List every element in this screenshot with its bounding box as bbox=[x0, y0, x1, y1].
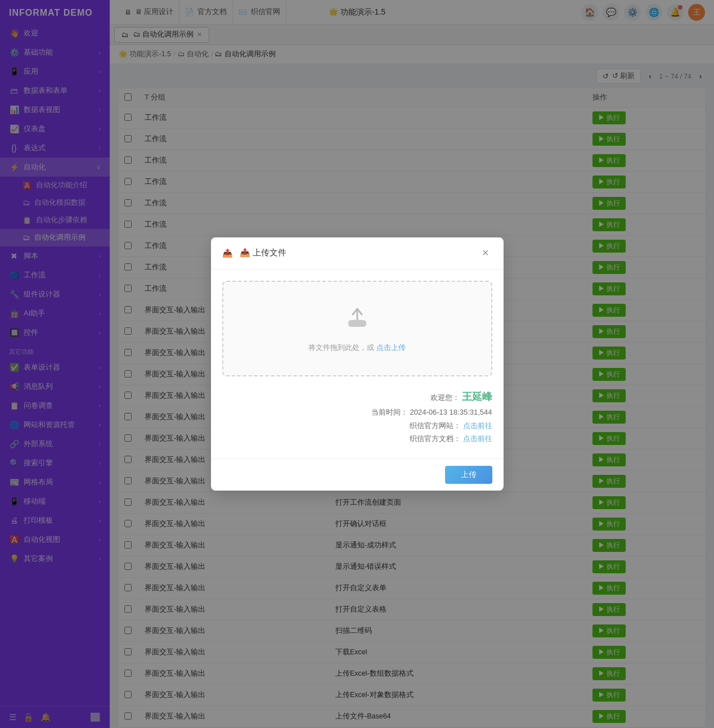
modal-title: 📤 📤 上传文件 bbox=[222, 248, 286, 258]
modal-header: 📤 📤 上传文件 ✕ bbox=[211, 237, 504, 269]
upload-drop-area[interactable]: 将文件拖到此处，或 点击上传 bbox=[222, 281, 492, 376]
modal-title-text: 📤 上传文件 bbox=[240, 248, 286, 258]
modal-body: 将文件拖到此处，或 点击上传 欢迎您： 王延峰 当前时间： 2024-06-13… bbox=[211, 269, 504, 459]
time-label: 当前时间： bbox=[371, 408, 408, 416]
upload-hint-text: 将文件拖到此处，或 点击上传 bbox=[235, 343, 480, 353]
modal-close-button[interactable]: ✕ bbox=[479, 246, 492, 260]
modal-footer: 上传 bbox=[211, 459, 504, 491]
docs-label: 织信官方文档： bbox=[410, 434, 461, 443]
modal-overlay[interactable]: 📤 📤 上传文件 ✕ 将文件拖到此处，或 点击上传 bbox=[0, 0, 714, 728]
welcome-label: 欢迎您： bbox=[430, 393, 460, 402]
upload-drag-text: 将文件拖到此处，或 bbox=[308, 343, 374, 352]
upload-modal: 📤 📤 上传文件 ✕ 将文件拖到此处，或 点击上传 bbox=[211, 237, 504, 491]
svg-rect-1 bbox=[348, 320, 366, 327]
website-link[interactable]: 点击前往 bbox=[463, 421, 492, 430]
upload-submit-button[interactable]: 上传 bbox=[445, 466, 492, 484]
upload-title-icon: 📤 bbox=[222, 248, 233, 258]
docs-link[interactable]: 点击前往 bbox=[463, 434, 492, 443]
time-value: 2024-06-13 18:35:31,544 bbox=[410, 408, 492, 416]
upload-click-link[interactable]: 点击上传 bbox=[376, 343, 406, 352]
website-label: 织信官方网站： bbox=[410, 421, 461, 430]
upload-cloud-icon bbox=[235, 304, 480, 337]
username-display: 王延峰 bbox=[462, 391, 492, 402]
modal-user-info: 欢迎您： 王延峰 当前时间： 2024-06-13 18:35:31,544 织… bbox=[222, 388, 492, 446]
